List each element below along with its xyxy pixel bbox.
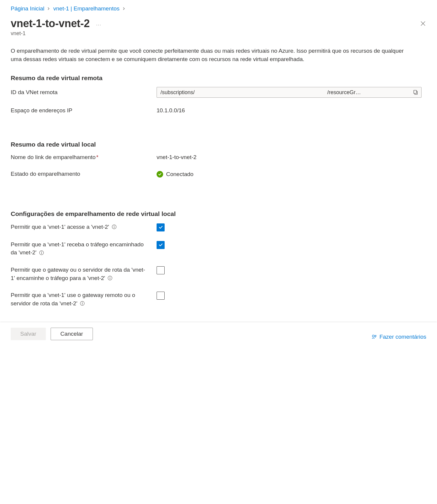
- allow-gateway-transit-checkbox[interactable]: [157, 266, 165, 274]
- breadcrumb: Página Inicial vnet-1 | Emparelhamentos: [11, 5, 426, 12]
- svg-point-11: [82, 302, 83, 303]
- section-remote-summary: Resumo da rede virtual remota: [11, 74, 426, 82]
- chevron-right-icon: [123, 6, 126, 11]
- section-local-summary: Resumo da rede virtual local: [11, 141, 426, 148]
- svg-rect-12: [82, 303, 82, 304]
- svg-point-5: [41, 251, 42, 252]
- more-actions-button[interactable]: ···: [96, 22, 102, 27]
- copy-icon: [413, 90, 418, 95]
- svg-point-13: [372, 335, 374, 337]
- breadcrumb-home[interactable]: Página Inicial: [11, 5, 44, 12]
- info-icon[interactable]: [80, 301, 85, 306]
- chevron-right-icon: [47, 6, 50, 11]
- remote-vnet-id-field[interactable]: [157, 87, 422, 98]
- page-subtitle: vnet-1: [11, 30, 426, 37]
- copy-button[interactable]: [409, 87, 421, 97]
- use-remote-gateway-checkbox[interactable]: [157, 292, 165, 300]
- feedback-link[interactable]: Fazer comentários: [371, 334, 426, 340]
- info-icon[interactable]: [112, 224, 117, 229]
- svg-point-2: [114, 226, 114, 226]
- close-button[interactable]: [420, 20, 426, 27]
- info-icon[interactable]: [107, 276, 113, 281]
- allow-forwarded-checkbox[interactable]: [157, 241, 165, 249]
- address-space-value: 10.1.0.0/16: [157, 107, 426, 114]
- allow-forwarded-label: Permitir que a 'vnet-1' receba o tráfego…: [11, 240, 157, 257]
- peering-state-label: Estado do emparelhamento: [11, 170, 157, 178]
- svg-rect-6: [41, 252, 42, 254]
- allow-access-label: Permitir que a 'vnet-1' acesse a 'vnet-2…: [11, 223, 157, 231]
- page-title: vnet-1-to-vnet-2: [11, 17, 90, 30]
- peering-link-name-value: vnet-1-to-vnet-2: [157, 154, 426, 161]
- feedback-icon: [371, 334, 377, 340]
- info-icon[interactable]: [39, 250, 44, 255]
- success-icon: [157, 171, 163, 178]
- footer-bar: Salvar Cancelar Fazer comentários: [0, 322, 437, 347]
- peering-state-value: Conectado: [166, 171, 193, 178]
- breadcrumb-parent[interactable]: vnet-1 | Emparelhamentos: [53, 5, 120, 12]
- use-remote-gateway-label: Permitir que a 'vnet-1' use o gateway re…: [11, 291, 157, 307]
- address-space-label: Espaço de endereços IP: [11, 107, 157, 115]
- svg-rect-9: [110, 278, 110, 279]
- section-peering-config: Configurações de emparelhamento de rede …: [11, 210, 426, 217]
- svg-rect-3: [114, 227, 114, 228]
- save-button[interactable]: Salvar: [11, 328, 46, 340]
- peering-link-name-label: Nome do link de emparelhamento*: [11, 153, 157, 161]
- allow-access-checkbox[interactable]: [157, 223, 165, 231]
- description-text: O emparelhamento de rede virtual permite…: [11, 47, 413, 63]
- remote-vnet-id-label: ID da VNet remota: [11, 88, 157, 97]
- cancel-button[interactable]: Cancelar: [51, 328, 93, 340]
- allow-gateway-transit-label: Permitir que o gateway ou o servidor de …: [11, 266, 157, 282]
- remote-vnet-id-input[interactable]: [157, 87, 409, 97]
- svg-point-8: [110, 277, 110, 277]
- svg-rect-0: [414, 90, 416, 94]
